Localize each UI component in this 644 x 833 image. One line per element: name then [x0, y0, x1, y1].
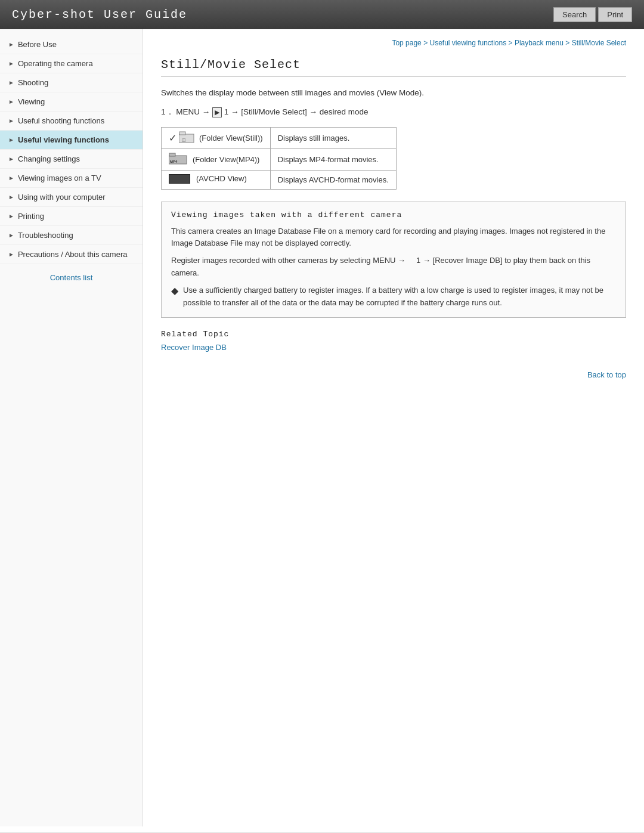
arrow-icon: ►: [8, 117, 14, 124]
icon-cell-still: ✓ ◫ (Folder View(Still)): [162, 127, 271, 148]
sidebar-item-label: Changing settings: [18, 154, 80, 163]
sidebar-item-label: Viewing: [18, 97, 45, 106]
icon-cell-avchd: (AVCHD View): [162, 170, 271, 189]
menu-instruction: 1． MENU → ▶ 1 → [Still/Movie Select] → d…: [161, 107, 626, 117]
arrow-icon: ►: [8, 137, 14, 143]
breadcrumb-sep1: >: [423, 39, 429, 47]
breadcrumb: Top page > Useful viewing functions > Pl…: [161, 39, 626, 47]
sidebar-item-label: Operating the camera: [18, 59, 93, 68]
svg-text:MP4: MP4: [170, 160, 178, 163]
arrow-icon: ►: [8, 175, 14, 181]
sidebar-item-viewing[interactable]: ► Viewing: [0, 92, 143, 112]
sidebar-item-label: Useful shooting functions: [18, 116, 104, 125]
note-text1: This camera creates an Image Database Fi…: [171, 225, 616, 250]
sidebar: ► Before Use ► Operating the camera ► Sh…: [0, 29, 143, 826]
sidebar-item-label: Before Use: [18, 40, 57, 49]
breadcrumb-sep2: >: [509, 39, 515, 47]
desc-cell-mp4: Displays MP4-format movies.: [270, 148, 396, 170]
sidebar-item-viewing-tv[interactable]: ► Viewing images on a TV: [0, 169, 143, 188]
header-buttons: Search Print: [553, 7, 632, 22]
avchd-label: (AVCHD View): [196, 174, 247, 183]
step-number: 1．: [161, 107, 174, 116]
step-text: 1: [224, 107, 231, 116]
step-menu: [Still/Movie Select]: [241, 107, 309, 116]
arrow-sym: →: [202, 107, 212, 116]
page-title: Still/Movie Select: [161, 58, 626, 77]
sidebar-item-printing[interactable]: ► Printing: [0, 207, 143, 226]
breadcrumb-sep3: >: [565, 39, 571, 47]
breadcrumb-top[interactable]: Top page: [392, 39, 421, 47]
desc-cell-avchd: Displays AVCHD-format movies.: [270, 170, 396, 189]
svg-text:◫: ◫: [182, 138, 186, 142]
arrow-icon: ►: [8, 41, 14, 48]
icon-box-mp4: MP4 (Folder View(MP4)): [169, 153, 259, 166]
note-text2: Register images recorded with other came…: [171, 255, 616, 280]
breadcrumb-useful-viewing[interactable]: Useful viewing functions: [429, 39, 506, 47]
svg-rect-4: [169, 153, 175, 156]
site-title: Cyber-shot User Guide: [12, 8, 187, 21]
icon-box-still: ✓ ◫ (Folder View(Still)): [169, 131, 263, 145]
table-row: MP4 (Folder View(MP4)) Displays MP4-form…: [162, 148, 397, 170]
folder-mp4-label: (Folder View(MP4)): [193, 155, 259, 164]
related-title: Related Topic: [161, 330, 626, 339]
main-layout: ► Before Use ► Operating the camera ► Sh…: [0, 29, 644, 826]
breadcrumb-playback-menu[interactable]: Playback menu: [515, 39, 564, 47]
icon-box-avchd: (AVCHD View): [169, 174, 247, 184]
sidebar-footer: Contents list: [0, 264, 143, 290]
arrow-icon: ►: [8, 232, 14, 239]
bullet-text: Use a sufficiently charged battery to re…: [183, 284, 616, 309]
svg-rect-1: [179, 132, 185, 135]
sidebar-item-shooting[interactable]: ► Shooting: [0, 73, 143, 92]
folder-still-label: (Folder View(Still)): [199, 134, 263, 143]
sidebar-item-useful-viewing[interactable]: ► Useful viewing functions: [0, 131, 143, 150]
sidebar-item-operating[interactable]: ► Operating the camera: [0, 54, 143, 73]
arrow-icon: ►: [8, 213, 14, 219]
icon-cell-mp4: MP4 (Folder View(MP4)): [162, 148, 271, 170]
sidebar-item-useful-shooting[interactable]: ► Useful shooting functions: [0, 112, 143, 131]
menu-text: MENU: [176, 107, 202, 116]
search-button[interactable]: Search: [553, 7, 596, 22]
playback-icon: ▶: [212, 107, 222, 117]
note-title: Viewing images taken with a different ca…: [171, 210, 616, 219]
sidebar-item-label: Shooting: [18, 78, 48, 87]
arrow-icon: ►: [8, 79, 14, 86]
folder-mp4-icon: MP4: [169, 153, 188, 166]
breadcrumb-current: Still/Movie Select: [572, 39, 626, 47]
arrow-sym2: →: [231, 107, 239, 116]
arrow-icon: ►: [8, 251, 14, 258]
related-topic: Related Topic Recover Image DB: [161, 330, 626, 352]
avchd-icon: [169, 174, 190, 184]
bullet-item: ◆ Use a sufficiently charged battery to …: [171, 284, 616, 309]
arrow-icon: ►: [8, 156, 14, 162]
sidebar-item-before-use[interactable]: ► Before Use: [0, 35, 143, 54]
arrow-icon: ►: [8, 60, 14, 67]
table-row: (AVCHD View) Displays AVCHD-format movie…: [162, 170, 397, 189]
sidebar-item-label: Useful viewing functions: [18, 135, 109, 144]
recover-image-db-link[interactable]: Recover Image DB: [161, 343, 227, 352]
sidebar-item-changing-settings[interactable]: ► Changing settings: [0, 150, 143, 169]
sidebar-item-label: Viewing images on a TV: [18, 174, 101, 182]
sidebar-item-label: Using with your computer: [18, 193, 106, 202]
sidebar-item-label: Printing: [18, 212, 44, 221]
arrow-icon: ►: [8, 98, 14, 105]
print-button[interactable]: Print: [598, 7, 632, 22]
sidebar-item-troubleshooting[interactable]: ► Troubleshooting: [0, 226, 143, 245]
checkmark-icon: ✓: [169, 132, 177, 144]
step-end: desired mode: [320, 107, 369, 116]
arrow-sym3: →: [309, 107, 317, 116]
intro-text: Switches the display mode between still …: [161, 86, 626, 100]
arrow-icon: ►: [8, 194, 14, 200]
sidebar-item-using-computer[interactable]: ► Using with your computer: [0, 188, 143, 207]
sidebar-item-precautions[interactable]: ► Precautions / About this camera: [0, 245, 143, 264]
back-to-top: Back to top: [161, 370, 626, 379]
bullet-icon: ◆: [171, 284, 178, 298]
sidebar-item-label: Troubleshooting: [18, 231, 73, 240]
table-row: ✓ ◫ (Folder View(Still)) Display: [162, 127, 397, 148]
note-box: Viewing images taken with a different ca…: [161, 202, 626, 318]
sidebar-item-label: Precautions / About this camera: [18, 250, 128, 259]
desc-cell-still: Displays still images.: [270, 127, 396, 148]
view-modes-table: ✓ ◫ (Folder View(Still)) Display: [161, 127, 397, 190]
contents-list-link[interactable]: Contents list: [50, 273, 93, 282]
back-to-top-link[interactable]: Back to top: [587, 370, 626, 379]
svg-rect-0: [179, 134, 194, 143]
